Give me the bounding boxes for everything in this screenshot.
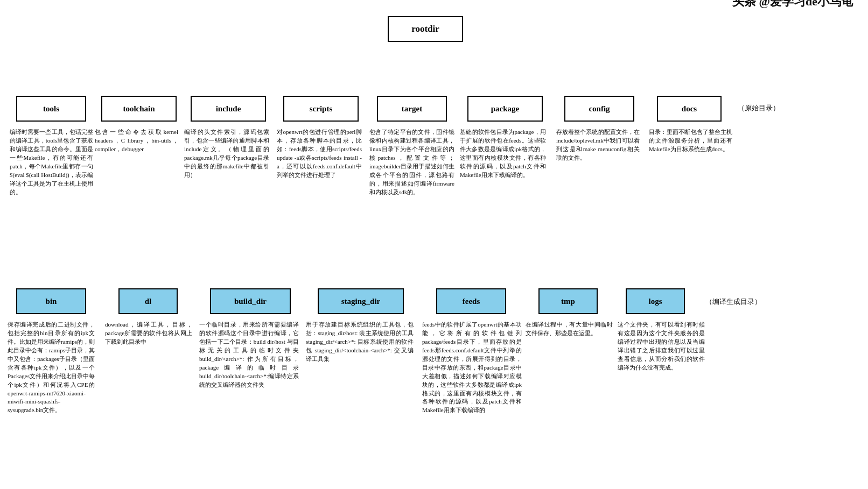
- tools-node: tools: [16, 96, 86, 122]
- feeds-label: feeds: [463, 297, 480, 306]
- logs-desc: 这个文件夹，有可以看到有时候有这是因为这个文件夹服务的是 编译过程中出现的信息以…: [618, 321, 705, 372]
- scripts-node: scripts: [283, 96, 359, 122]
- include-label: include: [216, 104, 241, 114]
- docs-label: docs: [682, 104, 697, 114]
- rootdir-node: rootdir: [388, 16, 463, 42]
- tmp-node: tmp: [538, 288, 598, 314]
- toolchain-desc: 包含一些命令去获取kernel headers，C library，bin-ut…: [95, 128, 178, 154]
- scripts-label: scripts: [310, 104, 333, 114]
- build-dir-label: build_dir: [234, 297, 267, 306]
- package-node: package: [467, 96, 543, 122]
- side-label-original: （原始目录）: [738, 103, 780, 113]
- logs-label: logs: [648, 297, 662, 306]
- feeds-node: feeds: [436, 288, 506, 314]
- scripts-desc: 对openwrt的包进行管理的perl脚本，存放各种脚本的目录，比如：feeds…: [277, 128, 362, 180]
- feeds-desc: feeds中的软件扩展了openwrt的基本功能，它将所有的软件包链列packa…: [422, 321, 522, 415]
- dl-label: dl: [145, 297, 152, 306]
- bin-label: bin: [46, 297, 57, 306]
- bin-desc: 保存编译完成后的二进制文件，包括完整的bin目录所有的ipk文件。比如是用来编译…: [8, 321, 95, 415]
- rootdir-label: rootdir: [411, 24, 439, 34]
- logs-node: logs: [626, 288, 685, 314]
- tools-desc: 编译时需要一些工具，包话完整的编译工具，tools里包含了获取和编译这些工具的命…: [10, 128, 93, 197]
- config-desc: 存放着整个系统的配置文件，在include/toplevel.mk中我们可以看到…: [556, 128, 640, 162]
- staging-dir-label: staging_dir: [341, 297, 381, 306]
- target-node: target: [377, 96, 447, 122]
- target-desc: 包含了特定平台的文件，固件镜像和内核构建过程各编译工具，linux目录下为各个平…: [369, 128, 454, 197]
- diagram-container: rootdir tools toolchain include scripts …: [0, 0, 868, 22]
- include-desc: 编译的头文件索引，源码包索引，包含一些编译的通用脚本和include定义。（物理…: [184, 128, 269, 180]
- bin-node: bin: [16, 288, 86, 314]
- toolchain-node: toolchain: [101, 96, 177, 122]
- toolchain-label: toolchain: [123, 104, 155, 114]
- package-label: package: [491, 104, 520, 114]
- side-label-generated: （编译生成目录）: [705, 297, 761, 307]
- watermark: 头条 @爱学习de小乌龟: [727, 0, 858, 12]
- staging-dir-desc: 用于存放建目标系统组织的工具包，包括：staging_dir/host: 装主系…: [306, 321, 414, 364]
- docs-node: docs: [657, 96, 722, 122]
- docs-desc: 目录：里面不断包含了整台主机的文件源服务分析，里面还有Makefile为目标系统…: [649, 128, 732, 154]
- package-desc: 基础的软件包目录为package，用于扩展的软件包在feeds。这些软件大多数是…: [460, 128, 546, 180]
- include-node: include: [191, 96, 266, 122]
- tmp-label: tmp: [561, 297, 575, 306]
- tmp-desc: 在编译过程中，有大量中间临时文件保存、那些是在运里。: [526, 321, 613, 338]
- target-label: target: [402, 104, 422, 114]
- build-dir-desc: 一个临时目录，用来给所有需要编译的软件源码这个目录中进行编译，它包括一下二个目录…: [199, 321, 299, 389]
- config-node: config: [564, 96, 634, 122]
- dl-desc: download，编译工具，目标，package所需要的软件包将从网上下载到此目…: [105, 321, 192, 346]
- config-label: config: [589, 104, 610, 114]
- staging-dir-node: staging_dir: [318, 288, 404, 314]
- tools-label: tools: [43, 104, 59, 114]
- build-dir-node: build_dir: [210, 288, 291, 314]
- dl-node: dl: [118, 288, 178, 314]
